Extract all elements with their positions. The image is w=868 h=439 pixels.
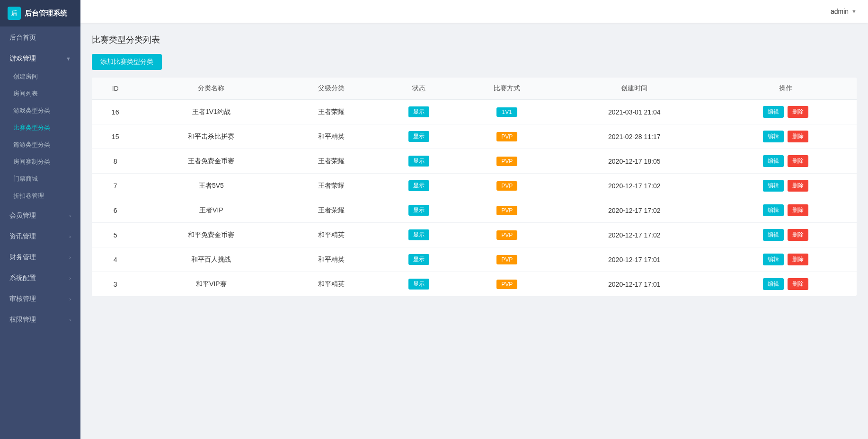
cell-actions: 编辑 删除 <box>714 198 857 223</box>
cell-status: 显示 <box>379 272 460 297</box>
delete-button[interactable]: 删除 <box>788 131 808 142</box>
cell-status: 显示 <box>379 198 460 223</box>
sidebar-item-member[interactable]: 会员管理 › <box>0 206 80 225</box>
cell-actions: 编辑 删除 <box>714 223 857 247</box>
table-row: 7 王者5V5 王者荣耀 显示 PVP 2020-12-17 17:02 编辑 … <box>92 174 857 198</box>
sidebar-subitem-match-type[interactable]: 比赛类型分类 <box>0 119 80 136</box>
sidebar-item-news[interactable]: 资讯管理 › <box>0 227 80 246</box>
mode-badge: PVP <box>496 132 517 141</box>
cell-created: 2021-03-01 21:04 <box>555 100 715 124</box>
sidebar-section-member: 会员管理 › <box>0 206 80 225</box>
sidebar-subitem-room-format[interactable]: 房间赛制分类 <box>0 153 80 170</box>
delete-button[interactable]: 删除 <box>788 155 808 167</box>
status-badge: 显示 <box>408 279 429 290</box>
delete-button[interactable]: 删除 <box>788 229 808 241</box>
cell-mode: PVP <box>460 272 555 297</box>
sidebar-subitem-room-list[interactable]: 房间列表 <box>0 85 80 102</box>
delete-button[interactable]: 删除 <box>788 278 808 290</box>
col-status: 状态 <box>379 78 460 100</box>
cell-mode: 1V1 <box>460 100 555 124</box>
delete-button[interactable]: 删除 <box>788 204 808 216</box>
sidebar-item-system[interactable]: 系统配置 › <box>0 269 80 288</box>
delete-button[interactable]: 删除 <box>788 254 808 265</box>
topbar-user[interactable]: admin ▼ <box>831 8 857 15</box>
sidebar-section-news: 资讯管理 › <box>0 227 80 246</box>
sidebar-item-home-label: 后台首页 <box>9 34 36 42</box>
main-area: admin ▼ 比赛类型分类列表 添加比赛类型分类 ID 分类名称 父级分类 状… <box>80 0 868 439</box>
table-header: ID 分类名称 父级分类 状态 比赛方式 创建时间 操作 <box>92 78 857 100</box>
cell-actions: 编辑 删除 <box>714 174 857 198</box>
table-row: 5 和平免费金币赛 和平精英 显示 PVP 2020-12-17 17:02 编… <box>92 223 857 247</box>
mode-badge: PVP <box>496 230 517 240</box>
edit-button[interactable]: 编辑 <box>763 131 784 142</box>
sidebar-item-finance-label: 财务管理 <box>9 253 36 262</box>
cell-actions: 编辑 删除 <box>714 272 857 297</box>
cell-parent: 王者荣耀 <box>283 149 379 174</box>
sidebar-subitem-ticket-mall[interactable]: 门票商城 <box>0 170 80 187</box>
cell-id: 5 <box>92 223 139 247</box>
chevron-right-icon-permission: › <box>69 317 71 323</box>
match-type-table: ID 分类名称 父级分类 状态 比赛方式 创建时间 操作 16 王者1V1约战 … <box>92 78 857 296</box>
edit-button[interactable]: 编辑 <box>763 278 784 290</box>
mode-badge: PVP <box>496 255 517 264</box>
cell-id: 15 <box>92 124 139 149</box>
sidebar-subitem-tour-type[interactable]: 篇游类型分类 <box>0 136 80 153</box>
status-badge: 显示 <box>408 205 429 216</box>
col-id: ID <box>92 78 139 100</box>
edit-button[interactable]: 编辑 <box>763 204 784 216</box>
cell-status: 显示 <box>379 149 460 174</box>
cell-name: 王者VIP <box>139 198 283 223</box>
page-title: 比赛类型分类列表 <box>92 34 857 45</box>
cell-mode: PVP <box>460 247 555 272</box>
sidebar-item-game[interactable]: 游戏管理 ▼ <box>0 49 80 68</box>
status-badge: 显示 <box>408 156 429 167</box>
cell-parent: 和平精英 <box>283 124 379 149</box>
table-row: 6 王者VIP 王者荣耀 显示 PVP 2020-12-17 17:02 编辑 … <box>92 198 857 223</box>
cell-id: 3 <box>92 272 139 297</box>
sidebar-subitem-create-room[interactable]: 创建房间 <box>0 68 80 85</box>
table-row: 15 和平击杀比拼赛 和平精英 显示 PVP 2021-02-28 11:17 … <box>92 124 857 149</box>
edit-button[interactable]: 编辑 <box>763 106 784 118</box>
edit-button[interactable]: 编辑 <box>763 155 784 167</box>
logo-icon: 后 <box>8 7 21 20</box>
sidebar-item-audit[interactable]: 审核管理 › <box>0 290 80 308</box>
sidebar-section-home: 后台首页 <box>0 28 80 47</box>
sidebar-item-home[interactable]: 后台首页 <box>0 28 80 47</box>
sidebar-item-finance[interactable]: 财务管理 › <box>0 248 80 267</box>
chevron-right-icon-finance: › <box>69 255 71 260</box>
sidebar-section-game: 游戏管理 ▼ 创建房间 房间列表 游戏类型分类 比赛类型分类 篇游类型分类 房间… <box>0 49 80 204</box>
cell-actions: 编辑 删除 <box>714 149 857 174</box>
delete-button[interactable]: 删除 <box>788 180 808 192</box>
cell-parent: 王者荣耀 <box>283 198 379 223</box>
edit-button[interactable]: 编辑 <box>763 229 784 241</box>
cell-mode: PVP <box>460 124 555 149</box>
edit-button[interactable]: 编辑 <box>763 180 784 192</box>
cell-created: 2020-12-17 17:02 <box>555 174 715 198</box>
add-match-type-button[interactable]: 添加比赛类型分类 <box>92 54 162 70</box>
chevron-down-icon: ▼ <box>66 56 71 61</box>
sidebar-subitem-coupon[interactable]: 折扣卷管理 <box>0 187 80 204</box>
sidebar-subitem-game-type[interactable]: 游戏类型分类 <box>0 102 80 119</box>
sidebar-section-audit: 审核管理 › <box>0 290 80 308</box>
cell-name: 和平百人挑战 <box>139 247 283 272</box>
status-badge: 显示 <box>408 180 429 191</box>
cell-status: 显示 <box>379 223 460 247</box>
content-area: 比赛类型分类列表 添加比赛类型分类 ID 分类名称 父级分类 状态 比赛方式 创… <box>80 23 868 439</box>
cell-mode: PVP <box>460 223 555 247</box>
table-row: 3 和平VIP赛 和平精英 显示 PVP 2020-12-17 17:01 编辑… <box>92 272 857 297</box>
chevron-right-icon: › <box>69 213 71 219</box>
cell-id: 8 <box>92 149 139 174</box>
sidebar-item-permission[interactable]: 权限管理 › <box>0 310 80 329</box>
sidebar-logo-text: 后台管理系统 <box>25 9 67 18</box>
username-label: admin <box>831 8 849 15</box>
edit-button[interactable]: 编辑 <box>763 254 784 265</box>
cell-parent: 和平精英 <box>283 272 379 297</box>
cell-name: 和平VIP赛 <box>139 272 283 297</box>
cell-name: 和平免费金币赛 <box>139 223 283 247</box>
cell-name: 王者5V5 <box>139 174 283 198</box>
sidebar-section-system: 系统配置 › <box>0 269 80 288</box>
table-row: 4 和平百人挑战 和平精英 显示 PVP 2020-12-17 17:01 编辑… <box>92 247 857 272</box>
delete-button[interactable]: 删除 <box>788 106 808 118</box>
cell-actions: 编辑 删除 <box>714 100 857 124</box>
col-mode: 比赛方式 <box>460 78 555 100</box>
